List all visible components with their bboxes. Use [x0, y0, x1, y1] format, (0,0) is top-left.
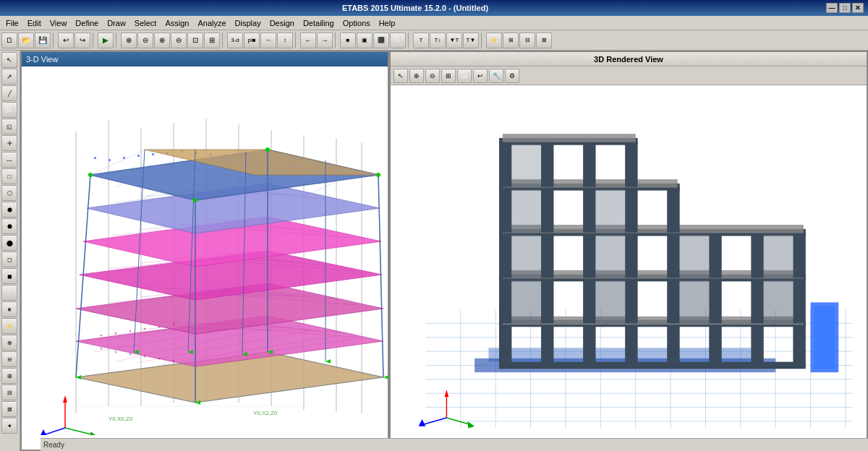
maximize-button[interactable]: □ [839, 3, 851, 13]
left-b7[interactable]: — [1, 152, 17, 168]
toolbar-b11[interactable]: ⊟ [519, 33, 535, 48]
menu-design[interactable]: Design [265, 17, 299, 29]
svg-rect-183 [541, 233, 553, 278]
left-b18[interactable]: ⊕ [1, 335, 17, 351]
svg-rect-161 [499, 323, 511, 365]
toolbar-zoom-out-2[interactable]: ⊖ [171, 33, 187, 48]
toolbar-zoom-box[interactable]: ⊡ [187, 33, 203, 48]
left-b20[interactable]: ⊞ [1, 368, 17, 384]
toolbar-b9[interactable]: ⚡ [486, 33, 502, 48]
rendered-settings[interactable]: 🔧 [489, 69, 503, 83]
toolbar-b3[interactable]: ⬛ [373, 33, 389, 48]
left-b11[interactable]: ⬣ [1, 218, 17, 234]
toolbar-sep-5 [295, 33, 298, 48]
left-b12[interactable]: ⬤ [1, 235, 17, 251]
svg-rect-215 [511, 144, 541, 187]
left-b6[interactable]: ✛ [1, 135, 17, 151]
rendered-model-svg [391, 85, 867, 450]
toolbar-zoom-out-1[interactable]: ⊖ [137, 33, 153, 48]
toolbar-sect[interactable]: ↕ [277, 33, 293, 48]
svg-rect-176 [667, 278, 679, 324]
toolbar-new[interactable]: 🗋 [1, 33, 17, 48]
svg-point-129 [115, 351, 117, 353]
toolbar-b2[interactable]: ▣ [357, 33, 373, 48]
rendered-view-box[interactable]: ⬜ [457, 69, 472, 83]
svg-point-131 [144, 356, 146, 358]
window-controls[interactable]: — □ ✕ [826, 3, 864, 13]
toolbar-b10[interactable]: ⊞ [503, 33, 519, 48]
left-b23[interactable]: ✦ [1, 418, 17, 434]
menu-select[interactable]: Select [130, 17, 161, 29]
left-b19[interactable]: ⊖ [1, 351, 17, 367]
menu-display[interactable]: Display [231, 17, 265, 29]
svg-rect-205 [511, 280, 541, 323]
rendered-undo[interactable]: ↩ [473, 69, 488, 83]
toolbar-b12[interactable]: ⊠ [536, 33, 552, 48]
svg-point-123 [115, 332, 117, 335]
left-b10[interactable]: ⬢ [1, 202, 17, 218]
toolbar-sep-4 [222, 33, 225, 48]
left-b9[interactable]: ⬡ [1, 185, 17, 201]
toolbar-b1[interactable]: ■ [340, 33, 356, 48]
menu-view[interactable]: View [46, 17, 72, 29]
toolbar-run[interactable]: ▶ [98, 33, 114, 48]
menu-edit[interactable]: Edit [23, 17, 46, 29]
left-reshape[interactable]: ↗ [1, 69, 17, 85]
left-b8[interactable]: □ [1, 168, 17, 184]
toolbar-plan[interactable]: pl■ [244, 33, 260, 48]
menu-options[interactable]: Options [339, 17, 375, 29]
menu-help[interactable]: Help [375, 17, 400, 29]
rendered-zoom-all[interactable]: ⊞ [441, 69, 456, 83]
toolbar-3d[interactable]: 3-d [227, 33, 243, 48]
left-b3[interactable]: ╱ [1, 85, 17, 101]
svg-rect-188 [751, 233, 763, 278]
left-b22[interactable]: ⊠ [1, 401, 17, 417]
svg-rect-195 [625, 187, 637, 233]
menu-file[interactable]: File [1, 17, 23, 29]
menu-draw[interactable]: Draw [103, 17, 130, 29]
left-b15[interactable]: ◽ [1, 285, 17, 301]
toolbar-zoom-in-1[interactable]: ⊕ [121, 33, 137, 48]
menu-detailing[interactable]: Detailing [299, 17, 339, 29]
menu-define[interactable]: Define [71, 17, 103, 29]
toolbar-undo[interactable]: ↩ [58, 33, 74, 48]
canvas-rendered[interactable] [391, 85, 867, 450]
svg-rect-164 [625, 323, 637, 365]
left-b4[interactable]: ⬜ [1, 102, 17, 118]
left-b5[interactable]: ◱ [1, 119, 17, 134]
app-title: ETABS 2015 Ultimate 15.2.0 - (Untitled) [4, 4, 826, 12]
toolbar-redo[interactable]: ↪ [75, 33, 90, 48]
rendered-zoom-in[interactable]: ⊕ [409, 69, 424, 83]
svg-rect-214 [596, 189, 626, 233]
toolbar-open[interactable]: 📂 [18, 33, 34, 48]
minimize-button[interactable]: — [826, 3, 838, 13]
left-b16[interactable]: ◾ [1, 301, 17, 317]
close-button[interactable]: ✕ [852, 3, 864, 13]
toolbar-b8[interactable]: T▼ [463, 33, 479, 48]
left-b21[interactable]: ⊟ [1, 385, 17, 400]
rendered-zoom-out[interactable]: ⊖ [425, 69, 440, 83]
canvas-3d[interactable]: Y0,X0,Z0 Y0,X2,Z0 [22, 66, 388, 435]
left-b17[interactable]: ⚡ [1, 318, 17, 334]
toolbar-b5[interactable]: T [413, 33, 429, 48]
toolbar-elev[interactable]: ↔ [260, 33, 276, 48]
toolbar-prev[interactable]: ← [300, 33, 316, 48]
svg-point-92 [265, 147, 270, 152]
svg-rect-163 [583, 323, 595, 365]
toolbar-next[interactable]: → [317, 33, 333, 48]
toolbar-zoom-all[interactable]: ⊞ [204, 33, 220, 48]
left-select-ptr[interactable]: ↖ [1, 52, 17, 68]
menu-assign[interactable]: Assign [161, 17, 193, 29]
toolbar-zoom-in-2[interactable]: ⊕ [154, 33, 170, 48]
toolbar-b6[interactable]: T↓ [430, 33, 446, 48]
rendered-options[interactable]: ⚙ [505, 69, 519, 83]
toolbar-save[interactable]: 💾 [35, 33, 51, 48]
rendered-select[interactable]: ↖ [393, 69, 408, 83]
svg-rect-186 [667, 233, 679, 278]
toolbar-b7[interactable]: ▼T [446, 33, 462, 48]
toolbar-b4[interactable]: ⬜ [390, 33, 406, 48]
menu-analyze[interactable]: Analyze [193, 17, 230, 29]
left-b13[interactable]: ◻ [1, 252, 17, 267]
left-b14[interactable]: ◼ [1, 268, 17, 284]
svg-rect-162 [541, 323, 553, 365]
